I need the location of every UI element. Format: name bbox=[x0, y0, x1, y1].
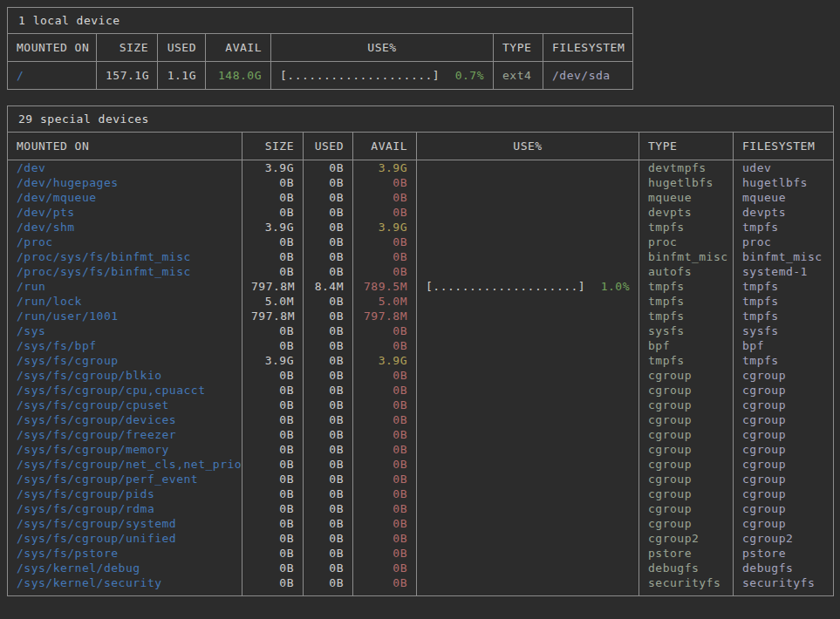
usage-percent: 1.0% bbox=[601, 279, 630, 294]
filesystem-cell: debugfs bbox=[734, 561, 834, 575]
used-cell: 0B bbox=[304, 205, 353, 220]
use-percent-cell bbox=[417, 412, 639, 427]
size-cell: 0B bbox=[242, 383, 304, 398]
type-cell: sysfs bbox=[639, 323, 734, 338]
terminal-screen: 1 local device MOUNTED ON SIZE USED AVAI… bbox=[0, 0, 840, 619]
size-cell: 0B bbox=[242, 412, 304, 427]
type-cell: autofs bbox=[639, 264, 734, 279]
used-cell: 8.4M bbox=[304, 279, 353, 294]
col-header-size: SIZE bbox=[242, 133, 304, 160]
use-percent-cell bbox=[417, 338, 639, 353]
table-row: /run/lock 5.0M 0B 5.0M tmpfs tmpfs bbox=[8, 294, 834, 309]
avail-cell: 148.0G bbox=[206, 62, 271, 90]
filesystem-cell: binfmt_misc bbox=[734, 249, 834, 264]
type-cell: proc bbox=[639, 235, 734, 249]
special-devices-table: 29 special devices MOUNTED ON SIZE USED … bbox=[7, 105, 834, 596]
filesystem-cell: tmpfs bbox=[734, 309, 834, 323]
used-cell: 0B bbox=[304, 501, 353, 516]
used-cell: 0B bbox=[304, 368, 353, 383]
size-cell: 0B bbox=[242, 472, 304, 486]
filesystem-cell: cgroup bbox=[734, 398, 834, 412]
size-cell: 0B bbox=[242, 205, 304, 220]
use-percent-cell bbox=[417, 249, 639, 264]
size-cell: 0B bbox=[242, 546, 304, 561]
size-cell: 0B bbox=[242, 235, 304, 249]
type-cell: hugetlbfs bbox=[639, 175, 734, 190]
mount-point-cell: /sys/fs/cgroup/blkio bbox=[8, 368, 242, 383]
type-cell: cgroup bbox=[639, 383, 734, 398]
mount-point-cell: /sys/fs/cgroup/unified bbox=[8, 531, 242, 546]
used-cell: 0B bbox=[304, 249, 353, 264]
filesystem-cell: sysfs bbox=[734, 323, 834, 338]
type-cell: cgroup2 bbox=[639, 531, 734, 546]
type-cell: pstore bbox=[639, 546, 734, 561]
type-cell: tmpfs bbox=[639, 220, 734, 235]
table-row: /sys/fs/cgroup/net_cls,net_prio 0B 0B 0B… bbox=[8, 457, 834, 472]
avail-cell: 0B bbox=[353, 175, 417, 190]
col-header-used: USED bbox=[158, 34, 206, 62]
table-header-row: MOUNTED ON SIZE USED AVAIL USE% TYPE FIL… bbox=[8, 133, 834, 160]
size-cell: 0B bbox=[242, 427, 304, 442]
mount-point-cell: /proc bbox=[8, 235, 242, 249]
table-row: /sys/fs/cgroup/devices 0B 0B 0B cgroup c… bbox=[8, 412, 834, 427]
table-row: /dev/hugepages 0B 0B 0B hugetlbfs hugetl… bbox=[8, 175, 834, 190]
avail-cell: 0B bbox=[353, 546, 417, 561]
avail-cell: 0B bbox=[353, 249, 417, 264]
filesystem-cell: cgroup bbox=[734, 427, 834, 442]
used-cell: 0B bbox=[304, 309, 353, 323]
use-percent-cell bbox=[417, 160, 639, 176]
table-row: /sys/fs/cgroup/systemd 0B 0B 0B cgroup c… bbox=[8, 516, 834, 531]
filesystem-cell: tmpfs bbox=[734, 353, 834, 368]
mount-point-cell: /sys/fs/cgroup/perf_event bbox=[8, 472, 242, 486]
table-row: /proc/sys/fs/binfmt_misc 0B 0B 0B binfmt… bbox=[8, 249, 834, 264]
used-cell: 0B bbox=[304, 383, 353, 398]
used-cell: 0B bbox=[304, 294, 353, 309]
avail-cell: 0B bbox=[353, 205, 417, 220]
mount-point-cell: /sys/fs/cgroup/devices bbox=[8, 412, 242, 427]
mount-point-cell: / bbox=[8, 62, 97, 90]
mount-point-cell: /sys bbox=[8, 323, 242, 338]
table-row: /sys/fs/cgroup/blkio 0B 0B 0B cgroup cgr… bbox=[8, 368, 834, 383]
table-row: /dev/pts 0B 0B 0B devpts devpts bbox=[8, 205, 834, 220]
table-gap bbox=[7, 90, 833, 105]
size-cell: 0B bbox=[242, 368, 304, 383]
used-cell: 0B bbox=[304, 561, 353, 575]
use-percent-cell bbox=[417, 309, 639, 323]
filesystem-cell: hugetlbfs bbox=[734, 175, 834, 190]
avail-cell: 0B bbox=[353, 516, 417, 531]
used-cell: 0B bbox=[304, 531, 353, 546]
used-cell: 0B bbox=[304, 575, 353, 596]
table-row: / 157.1G 1.1G 148.0G 0.7%[..............… bbox=[8, 62, 633, 90]
use-percent-cell bbox=[417, 264, 639, 279]
used-cell: 1.1G bbox=[158, 62, 206, 90]
use-percent-cell bbox=[417, 516, 639, 531]
table-row: /sys/fs/cgroup/freezer 0B 0B 0B cgroup c… bbox=[8, 427, 834, 442]
use-percent-cell bbox=[417, 561, 639, 575]
size-cell: 0B bbox=[242, 531, 304, 546]
use-percent-cell: 0.7%[....................] bbox=[271, 62, 494, 90]
size-cell: 0B bbox=[242, 323, 304, 338]
use-percent-cell bbox=[417, 190, 639, 205]
table-title-row: 29 special devices bbox=[8, 106, 834, 133]
type-cell: tmpfs bbox=[639, 309, 734, 323]
filesystem-cell: pstore bbox=[734, 546, 834, 561]
table-row: /sys/fs/cgroup 3.9G 0B 3.9G tmpfs tmpfs bbox=[8, 353, 834, 368]
size-cell: 0B bbox=[242, 486, 304, 501]
used-cell: 0B bbox=[304, 264, 353, 279]
mount-point-cell: /sys/fs/cgroup/freezer bbox=[8, 427, 242, 442]
size-cell: 0B bbox=[242, 457, 304, 472]
size-cell: 0B bbox=[242, 398, 304, 412]
table-row: /sys/kernel/security 0B 0B 0B securityfs… bbox=[8, 575, 834, 596]
table-title-row: 1 local device bbox=[8, 8, 633, 34]
avail-cell: 0B bbox=[353, 412, 417, 427]
col-header-type: TYPE bbox=[494, 34, 543, 62]
use-percent-cell bbox=[417, 294, 639, 309]
used-cell: 0B bbox=[304, 220, 353, 235]
table-row: /dev/shm 3.9G 0B 3.9G tmpfs tmpfs bbox=[8, 220, 834, 235]
used-cell: 0B bbox=[304, 546, 353, 561]
table-row: /sys/fs/cgroup/perf_event 0B 0B 0B cgrou… bbox=[8, 472, 834, 486]
mount-point-cell: /sys/fs/cgroup/cpu,cpuacct bbox=[8, 383, 242, 398]
table-row: /sys/fs/cgroup/unified 0B 0B 0B cgroup2 … bbox=[8, 531, 834, 546]
table-row: /sys/fs/cgroup/memory 0B 0B 0B cgroup cg… bbox=[8, 442, 834, 457]
filesystem-cell: cgroup2 bbox=[734, 531, 834, 546]
